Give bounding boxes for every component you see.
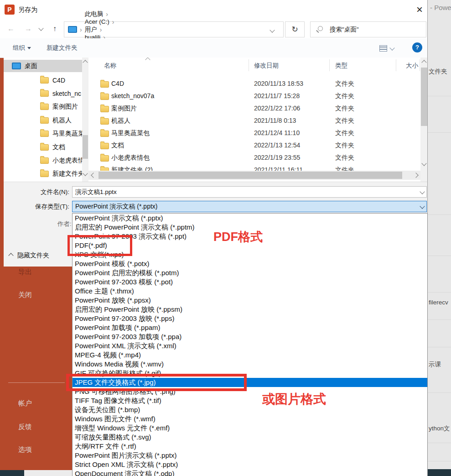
column-header-date[interactable]: 修改日期 <box>254 62 279 70</box>
table-row[interactable]: sketch_nov07a 2021/11/7 15:28 文件夹 <box>88 90 420 102</box>
refresh-button[interactable]: ↻ <box>285 21 305 37</box>
savetype-option[interactable]: PowerPoint 图片演示文稿 (*.pptx) <box>73 451 427 460</box>
chevron-right-icon: › <box>100 26 102 33</box>
savetype-option[interactable]: Windows Media 视频 (*.wmv) <box>73 360 427 369</box>
file-list-horizontal-scrollbar[interactable] <box>88 171 420 180</box>
scroll-right-icon[interactable] <box>413 173 418 178</box>
breadcrumb-segment[interactable]: Acer (C:) › <box>85 18 114 26</box>
table-row[interactable]: 小老虎表情包 2022/1/19 23:55 文件夹 <box>88 152 420 164</box>
savetype-option[interactable]: PowerPoint 放映 (*.ppsx) <box>73 296 427 305</box>
savetype-option[interactable]: PowerPoint 模板 (*.potx) <box>73 259 427 268</box>
back-button[interactable]: ← <box>5 23 16 34</box>
filename-input[interactable] <box>72 186 427 198</box>
scrollbar-thumb[interactable] <box>421 68 427 126</box>
sidebar-item-folder[interactable]: 机器人 <box>4 114 82 127</box>
backstage-item-close[interactable]: 关闭 <box>18 291 32 299</box>
sidebar-item-folder[interactable]: 案例图片 <box>4 100 82 114</box>
column-header-name[interactable]: 名称 <box>104 62 116 70</box>
backstage-item-export[interactable]: 导出 <box>18 268 32 277</box>
background-divider <box>428 443 451 443</box>
background-window-title: - Powe <box>430 4 451 11</box>
desktop-location-icon <box>68 26 77 33</box>
sidebar-scrollbar-thumb[interactable] <box>83 135 88 159</box>
sidebar-item-folder[interactable]: sketch_nc <box>4 87 82 100</box>
table-row[interactable]: 马里奥蔬菜包 2021/12/4 11:10 文件夹 <box>88 127 420 139</box>
savetype-option[interactable]: 可缩放矢量图格式 (*.svg) <box>73 433 427 442</box>
column-divider[interactable] <box>420 59 420 71</box>
savetype-option[interactable]: PowerPoint 97-2003 放映 (*.pps) <box>73 314 427 323</box>
sidebar-item-folder[interactable]: 新建文件夹 <box>4 167 82 181</box>
backstage-item-options[interactable]: 选项 <box>18 445 32 454</box>
savetype-option[interactable]: OpenDocument 演示文稿 (*.odp) <box>73 469 427 476</box>
scroll-left-icon[interactable] <box>91 173 96 178</box>
recent-locations-chevron-icon[interactable] <box>38 26 43 31</box>
sidebar-item-folder[interactable]: C4D <box>4 73 82 87</box>
column-divider[interactable] <box>396 59 396 71</box>
savetype-option[interactable]: 设备无关位图 (*.bmp) <box>73 405 427 414</box>
scroll-up-icon[interactable] <box>421 60 426 65</box>
backstage-item-feedback[interactable]: 反馈 <box>18 423 32 431</box>
savetype-option[interactable]: MPEG-4 视频 (*.mp4) <box>73 350 427 360</box>
savetype-option[interactable]: TIFF Tag 图像文件格式 (*.tif) <box>73 396 427 405</box>
file-name: 文档 <box>111 141 124 150</box>
hide-folders-button[interactable]: 隐藏文件夹 <box>9 251 49 260</box>
sidebar-scrollbar[interactable] <box>82 58 88 182</box>
folder-icon <box>40 104 49 110</box>
search-input[interactable]: 搜索"桌面" <box>310 21 426 37</box>
close-icon[interactable]: × <box>412 2 427 17</box>
table-row[interactable]: 案例图片 2022/1/22 17:06 文件夹 <box>88 102 420 115</box>
savetype-option[interactable]: 增强型 Windows 元文件 (*.emf) <box>73 424 427 433</box>
savetype-option[interactable]: PowerPoint 97-2003 模板 (*.pot) <box>73 277 427 287</box>
breadcrumb-dropdown-chevron-icon[interactable] <box>270 27 275 32</box>
savetype-option[interactable]: PowerPoint 97-2003 加载项 (*.ppa) <box>73 332 427 341</box>
file-list: C4D 2020/11/13 18:53 文件夹 sketch_nov07a 2… <box>88 78 420 176</box>
forward-button[interactable]: → <box>23 23 34 34</box>
savetype-option[interactable]: Office 主题 (*.thmx) <box>73 287 427 296</box>
breadcrumb-segment[interactable]: 此电脑 › <box>85 10 114 18</box>
column-header-size[interactable]: 大小 <box>406 62 418 70</box>
scroll-down-icon[interactable] <box>83 171 88 176</box>
annotation-text-pdf: PDF格式 <box>213 229 263 245</box>
table-row[interactable]: 文档 2022/1/13 12:54 文件夹 <box>88 139 420 152</box>
backstage-item-account[interactable]: 帐户 <box>18 399 32 408</box>
savetype-option[interactable]: 启用宏的 PowerPoint 放映 (*.ppsm) <box>73 305 427 314</box>
view-mode-chevron-icon[interactable] <box>389 45 394 50</box>
taskbar-fragment <box>0 470 24 476</box>
file-list-vertical-scrollbar[interactable] <box>420 58 428 182</box>
breadcrumb-segment[interactable]: 用户 › <box>85 26 114 34</box>
savetype-option[interactable]: Strict Open XML 演示文稿 (*.pptx) <box>73 460 427 469</box>
savetype-option[interactable]: Windows 图元文件 (*.wmf) <box>73 414 427 424</box>
scroll-down-icon[interactable] <box>421 161 426 166</box>
backstage-corner <box>24 470 72 476</box>
sidebar-item-folder[interactable]: 文档 <box>4 141 82 154</box>
table-row[interactable]: C4D 2020/11/13 18:53 文件夹 <box>88 78 420 90</box>
new-folder-button[interactable]: 新建文件夹 <box>47 44 78 52</box>
folder-icon <box>100 143 109 149</box>
column-divider[interactable] <box>249 59 249 71</box>
folder-icon <box>100 131 109 137</box>
file-date: 2022/1/13 12:54 <box>254 141 300 149</box>
column-header-type[interactable]: 类型 <box>335 62 347 70</box>
savetype-combobox[interactable]: PowerPoint 演示文稿 (*.pptx) <box>72 201 427 212</box>
savetype-option[interactable]: PowerPoint 加载项 (*.ppam) <box>73 323 427 332</box>
organize-button[interactable]: 组织 <box>13 44 31 52</box>
sidebar-item-folder[interactable]: 小老虎表情 <box>4 154 82 167</box>
scrollbar-thumb[interactable] <box>98 172 402 179</box>
folder-icon <box>40 117 49 124</box>
view-mode-icon[interactable] <box>379 45 387 52</box>
savetype-option[interactable]: PowerPoint 启用宏的模板 (*.potm) <box>73 268 427 277</box>
folder-icon <box>40 131 49 137</box>
table-row[interactable]: 机器人 2021/11/8 0:13 文件夹 <box>88 115 420 127</box>
breadcrumb[interactable]: › 此电脑 › Acer (C:) › <box>64 21 284 37</box>
savetype-option[interactable]: PowerPoint XML 演示文稿 (*.xml) <box>73 341 427 350</box>
file-date: 2021/11/8 0:13 <box>254 117 296 124</box>
up-button[interactable]: ↑ <box>49 23 60 34</box>
background-divider <box>428 256 451 256</box>
savetype-option[interactable]: PowerPoint 演示文稿 (*.pptx) <box>73 214 427 223</box>
sidebar-item-folder[interactable]: 马里奥蔬菜 <box>4 127 82 141</box>
column-divider[interactable] <box>329 59 330 71</box>
sidebar-item-desktop-selected[interactable]: 桌面 <box>4 60 82 72</box>
help-button[interactable]: ? <box>412 42 422 52</box>
scroll-up-icon[interactable] <box>83 60 88 65</box>
savetype-option[interactable]: 大纲/RTF 文件 (*.rtf) <box>73 442 427 451</box>
